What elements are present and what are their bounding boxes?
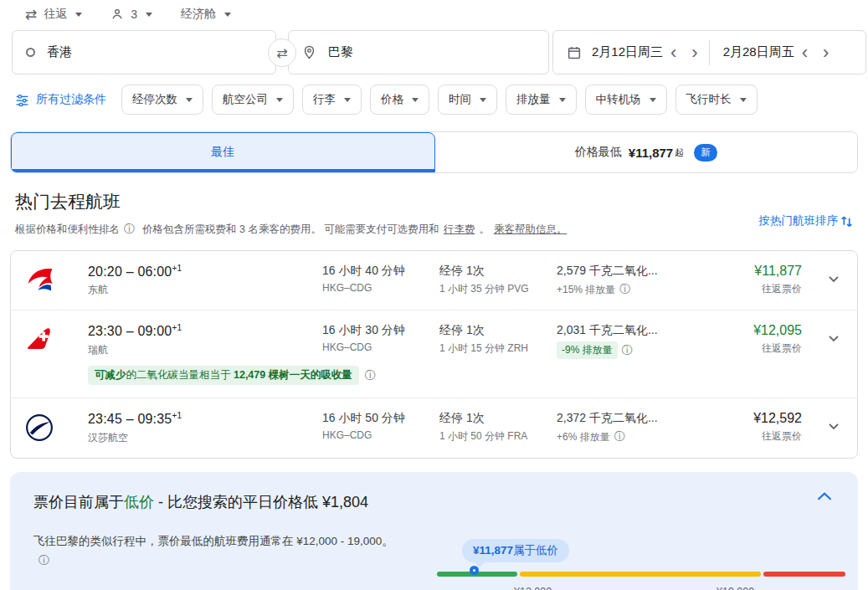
stops-cell: 经停 1次 1 小时 50 分钟 FRA (439, 411, 557, 444)
filter-chip-emissions[interactable]: 排放量 (506, 85, 577, 115)
flight-row-china-eastern[interactable]: 20:20 – 06:00+1 东航 16 小时 40 分钟 HKG–CDG 经… (11, 251, 857, 310)
tab-best[interactable]: 最佳 (11, 132, 435, 172)
search-row: 香港 ⇄ 巴黎 2月12日周三 ‹ › 2月28日周五 ‹ › (12, 30, 868, 74)
price: ¥11,877 (741, 264, 802, 279)
chevron-down-icon (75, 13, 82, 17)
sort-by-top-flights[interactable]: 按热门航班排序 (759, 213, 854, 228)
tab-best-label: 最佳 (211, 145, 234, 160)
duration: 16 小时 40 分钟 (322, 264, 439, 279)
expand-flight-button[interactable] (814, 323, 854, 346)
emissions-cell: 2,031 千克二氧化... -9% 排放量ⓘ (557, 323, 741, 359)
flight-times: 23:30 – 09:00+1 (88, 323, 322, 339)
stops: 经停 1次 (439, 264, 557, 279)
low-price-highlight: 低价 (124, 494, 154, 510)
price-insights-title: 票价目前属于低价 - 比您搜索的平日价格低 ¥1,804 (33, 492, 835, 512)
flight-times-cell: 20:20 – 06:00+1 东航 (88, 264, 322, 297)
stops-cell: 经停 1次 1 小时 15 分钟 ZRH (439, 323, 557, 356)
filter-chip-airlines[interactable]: 航空公司 (212, 85, 294, 115)
passenger-count: 3 (131, 8, 137, 21)
current-price-tooltip: ¥11,877属于低价 (462, 539, 569, 562)
airline-name: 瑞航 (88, 343, 322, 357)
flight-row-swiss[interactable]: 23:30 – 09:00+1 瑞航 16 小时 30 分钟 HKG–CDG 经… (11, 310, 857, 398)
emissions-cell: 2,372 千克二氧化... +6% 排放量ⓘ (557, 411, 741, 444)
chevron-down-icon (480, 98, 486, 102)
round-trip-icon: ⇄ (25, 6, 37, 23)
collapse-panel-button[interactable] (816, 490, 833, 505)
flight-row-lufthansa[interactable]: 23:45 – 09:35+1 汉莎航空 16 小时 50 分钟 HKG–CDG… (11, 398, 857, 458)
chip-label: 经停次数 (132, 92, 177, 107)
filter-chip-price[interactable]: 价格 (370, 85, 429, 115)
sort-arrows-icon (840, 214, 853, 228)
destination-input[interactable]: 巴黎 (288, 30, 549, 74)
flight-times-cell: 23:45 – 09:35+1 汉莎航空 (88, 411, 322, 444)
duration: 16 小时 30 分钟 (322, 323, 439, 338)
divider (709, 40, 710, 65)
chevron-down-icon (186, 98, 193, 102)
depart-date-field[interactable]: 2月12日周三 (592, 44, 663, 60)
airline-name: 东航 (88, 283, 322, 297)
airline-name: 汉莎航空 (88, 431, 322, 445)
flight-times: 23:45 – 09:35+1 (88, 411, 322, 427)
info-icon[interactable]: ⓘ (39, 554, 49, 567)
price-range-bar (437, 572, 845, 577)
price-insights-panel: 票价目前属于低价 - 比您搜索的平日价格低 ¥1,804 飞往巴黎的类似行程中，… (10, 472, 858, 590)
return-date-prev-button[interactable]: ‹ (794, 44, 815, 62)
tab-cheapest[interactable]: 价格最低 ¥11,877起 新 (435, 132, 858, 172)
eco-savings-note: 可减少的二氧化碳当量相当于 12,479 棵树一天的吸收量 ⓘ (88, 366, 741, 385)
passenger-assistance-link[interactable]: 乘客帮助信息。 (494, 223, 568, 237)
info-icon[interactable]: ⓘ (614, 429, 625, 444)
price-note: 价格包含所需税费和 3 名乘客的费用。 可能需要支付可选费用和 (142, 223, 439, 237)
new-badge: 新 (694, 144, 717, 162)
price: ¥12,592 (741, 411, 802, 426)
swap-locations-button[interactable]: ⇄ (268, 38, 296, 67)
chevron-down-icon (650, 98, 656, 102)
price-note: 往返票价 (741, 341, 802, 356)
return-date-next-button[interactable]: › (815, 44, 836, 62)
return-date-field[interactable]: 2月28日周五 (723, 44, 794, 60)
filter-chip-bags[interactable]: 行李 (302, 85, 362, 115)
ranking-note: 根据价格和便利性排名 (15, 223, 120, 237)
chip-label: 时间 (449, 92, 471, 107)
info-icon[interactable]: ⓘ (365, 368, 376, 383)
filter-chip-duration[interactable]: 飞行时长 (675, 85, 758, 115)
chip-label: 价格 (381, 92, 403, 107)
all-filters-button[interactable]: 所有过滤条件 (15, 92, 106, 107)
chevron-down-icon (276, 98, 283, 102)
tab-cheapest-label: 价格最低 (575, 145, 622, 160)
expand-flight-button[interactable] (814, 264, 854, 287)
filter-chip-stops[interactable]: 经停次数 (121, 85, 203, 115)
layover: 1 小时 50 分钟 FRA (439, 429, 557, 444)
results-header: 热门去程航班 根据价格和便利性排名 ⓘ 价格包含所需税费和 3 名乘客的费用。 … (0, 173, 868, 242)
depart-date-prev-button[interactable]: ‹ (663, 44, 684, 62)
tab-cheapest-price: ¥11,877 (629, 146, 673, 160)
passenger-selector[interactable]: 3 (110, 8, 152, 21)
high-price-segment (763, 572, 845, 577)
emissions-cell: 2,579 千克二氧化... +15% 排放量ⓘ (557, 264, 741, 297)
eco-savings-badge: 可减少的二氧化碳当量相当于 12,479 棵树一天的吸收量 (88, 366, 359, 385)
trip-type-selector[interactable]: ⇄ 往返 (25, 6, 82, 23)
price-insights-body: 飞往巴黎的类似行程中，票价最低的航班费用通常在 ¥12,000 - 19,000… (33, 532, 412, 570)
filter-chip-connecting-airports[interactable]: 中转机场 (585, 85, 667, 115)
chevron-down-icon (412, 98, 419, 102)
emission-delta: +15% 排放量 (557, 283, 615, 297)
filter-chip-times[interactable]: 时间 (438, 85, 497, 115)
separator-text: 。 (479, 223, 490, 237)
origin-input[interactable]: 香港 (12, 30, 276, 74)
price: ¥12,095 (741, 323, 802, 338)
co2-amount: 2,372 千克二氧化... (557, 411, 741, 426)
expand-flight-button[interactable] (814, 411, 854, 434)
info-icon[interactable]: ⓘ (124, 222, 135, 237)
depart-date-next-button[interactable]: › (684, 44, 705, 62)
calendar-icon (567, 45, 582, 60)
price-cell: ¥11,877 往返票价 (741, 264, 814, 296)
co2-amount: 2,579 千克二氧化... (557, 264, 741, 279)
cabin-class-selector[interactable]: 经济舱 (181, 7, 231, 22)
airline-logo-swiss-icon (24, 323, 88, 356)
baggage-fees-link[interactable]: 行李费 (444, 223, 475, 237)
chevron-down-icon (740, 98, 747, 102)
trip-options-bar: ⇄ 往返 3 经济舱 (0, 0, 868, 25)
info-icon[interactable]: ⓘ (619, 282, 630, 297)
duration-cell: 16 小时 30 分钟 HKG–CDG (322, 323, 439, 353)
info-icon[interactable]: ⓘ (622, 343, 633, 358)
chevron-down-icon (146, 13, 152, 17)
